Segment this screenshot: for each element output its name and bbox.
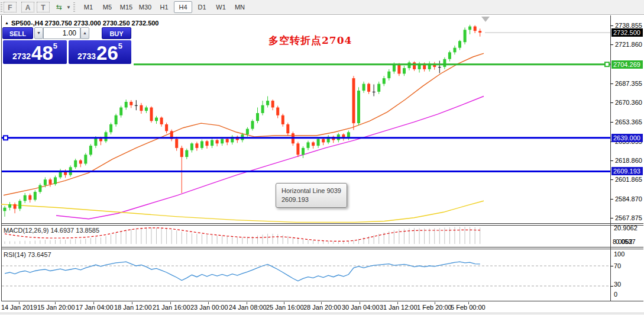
- macd-label: MACD(12,26,9) 14.6937 13.8585: [4, 227, 99, 234]
- candle-body: [478, 31, 481, 33]
- text-box-icon[interactable]: T: [37, 2, 50, 12]
- timeframe-button-M1[interactable]: M1: [79, 1, 98, 13]
- ma-line-slow: [1, 201, 484, 222]
- scroll-marker-icon[interactable]: [481, 17, 490, 22]
- price-marker-2704.269: 2704.269: [611, 60, 643, 69]
- rsi-tick-30: [610, 286, 613, 287]
- price-axis-tick: [610, 179, 613, 180]
- candle-body: [408, 63, 411, 69]
- toolbar-gripper-2[interactable]: [73, 2, 75, 12]
- status-strip: [0, 313, 644, 315]
- candle-body: [145, 108, 148, 111]
- candle-body: [211, 140, 213, 146]
- candle-body: [261, 105, 264, 113]
- time-axis-label: 1 Feb 20:00: [417, 304, 452, 311]
- chevron-down-icon[interactable]: ▼: [66, 5, 71, 10]
- price-axis-label: 2618.860: [615, 157, 642, 165]
- candle-body: [206, 142, 209, 146]
- panel-divider: [1, 301, 643, 301]
- candle-body: [474, 27, 477, 31]
- candle-body: [443, 59, 446, 67]
- price-axis-tick: [610, 44, 613, 45]
- text-label-icon[interactable]: A: [21, 2, 34, 12]
- candle-body: [296, 143, 299, 155]
- time-axis-label: 18 Jan 12:00: [114, 304, 152, 311]
- time-axis-label: 5 Feb 00:00: [451, 304, 486, 311]
- candle-body: [302, 148, 305, 155]
- timeframe-button-H4[interactable]: H4: [174, 1, 192, 13]
- cursor-mode-icon[interactable]: ⇆: [53, 2, 65, 12]
- rsi-panel-canvas[interactable]: [0, 249, 610, 301]
- price-marker-2609.193: 2609.193: [611, 167, 643, 175]
- buy-button[interactable]: BUY: [102, 27, 131, 39]
- candle-body: [322, 139, 325, 143]
- time-axis-label: 15 Jan 20:00: [37, 304, 75, 311]
- volume-down-button[interactable]: ▼: [34, 27, 43, 39]
- rsi-axis-label: 70: [614, 262, 621, 270]
- candle-body: [373, 92, 376, 92]
- candle-body: [8, 204, 11, 208]
- price-axis-tick: [610, 218, 613, 218]
- toolbar-gripper[interactable]: [1, 2, 2, 12]
- candle-body: [49, 179, 52, 184]
- candle-body: [150, 108, 153, 121]
- buy-price-box[interactable]: 2733 26 5: [69, 40, 131, 64]
- chart-shift-icon[interactable]: F: [4, 2, 17, 12]
- sell-price-prefix: 2732: [12, 52, 31, 61]
- time-axis-label: 21 Jan 16:00: [153, 304, 190, 311]
- candle-body: [140, 105, 143, 111]
- candle-body: [387, 72, 390, 78]
- candle-body: [84, 155, 87, 163]
- price-marker-2732.500: 2732.500: [611, 28, 643, 37]
- candle-body: [44, 179, 47, 185]
- candle-body: [175, 139, 178, 148]
- timeframe-button-M30[interactable]: M30: [136, 1, 154, 13]
- sell-button[interactable]: SELL: [2, 27, 33, 39]
- price-axis-label: 2653.365: [615, 118, 642, 126]
- volume-input[interactable]: 1.00: [43, 27, 80, 39]
- chart-title-text: SP500-,H4 2730.750 2733.000 2730.250 273…: [11, 20, 159, 27]
- price-axis-label: 2721.860: [615, 41, 642, 49]
- candle-body: [14, 204, 17, 209]
- candle-body: [185, 150, 188, 157]
- candle-body: [393, 65, 396, 71]
- price-axis-label: 2670.360: [615, 99, 642, 107]
- timeframe-button-M5[interactable]: M5: [98, 1, 116, 13]
- line-anchor-handle[interactable]: [4, 136, 8, 140]
- candle-body: [468, 27, 471, 30]
- rsi-axis-label: 0: [614, 291, 617, 298]
- time-axis-label: 14 Jan 2019: [1, 304, 37, 311]
- one-click-trade-panel: SELL ▼ 1.00 ▲ BUY 2732 48 5 2733 26 5: [2, 27, 131, 64]
- candle-body: [135, 105, 138, 106]
- candle-body: [221, 139, 224, 144]
- timeframe-button-D1[interactable]: D1: [193, 1, 211, 13]
- candle-body: [454, 48, 457, 53]
- rsi-tick-70: [610, 266, 613, 266]
- line-anchor-handle[interactable]: [605, 62, 609, 66]
- candle-body: [34, 192, 37, 200]
- timeframe-button-H1[interactable]: H1: [155, 1, 173, 13]
- candle-body: [105, 132, 108, 141]
- mt4-window: FAT⇆ ▼ M1M5M15M30H1H4D1W1MN ▲SP500-,H4 2…: [0, 0, 644, 315]
- timeframe-button-W1[interactable]: W1: [212, 1, 230, 13]
- buy-price-sup: 5: [118, 41, 122, 50]
- candle-body: [438, 67, 441, 68]
- time-axis-label: 25 Jan 16:00: [266, 304, 304, 311]
- volume-up-button[interactable]: ▲: [80, 27, 89, 39]
- time-axis-label: 30 Jan 04:00: [342, 304, 380, 311]
- timeframe-button-M15[interactable]: M15: [117, 1, 135, 13]
- candle-body: [448, 52, 451, 59]
- collapse-triangle-icon[interactable]: ▲: [5, 21, 9, 25]
- price-axis-tick: [610, 122, 613, 123]
- panel-divider[interactable]: [1, 247, 643, 247]
- sell-price-box[interactable]: 2732 48 5: [3, 40, 67, 64]
- candle-body: [266, 101, 269, 105]
- price-axis-tick: [610, 160, 613, 161]
- candle-body: [307, 142, 310, 148]
- sell-price-sup: 5: [53, 41, 57, 50]
- timeframe-button-MN[interactable]: MN: [231, 1, 249, 13]
- candle-body: [130, 102, 132, 105]
- price-axis-tick: [610, 83, 613, 84]
- candle-body: [24, 195, 27, 201]
- candle-body: [317, 139, 320, 146]
